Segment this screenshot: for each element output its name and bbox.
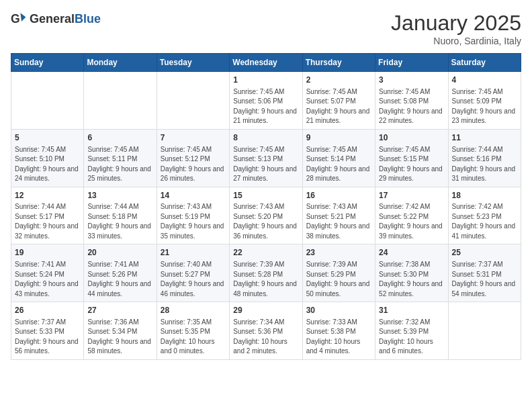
day-number: 6: [87, 132, 152, 144]
day-info: Sunrise: 7:45 AM Sunset: 5:12 PM Dayligh…: [161, 145, 226, 184]
calendar-table: Sunday Monday Tuesday Wednesday Thursday…: [11, 53, 521, 360]
table-row: [157, 72, 229, 130]
calendar-week-row: 19Sunrise: 7:41 AM Sunset: 5:24 PM Dayli…: [11, 244, 521, 302]
day-info: Sunrise: 7:45 AM Sunset: 5:06 PM Dayligh…: [233, 87, 298, 126]
header-wednesday: Wednesday: [230, 54, 302, 72]
table-row: 15Sunrise: 7:43 AM Sunset: 5:20 PM Dayli…: [230, 187, 302, 244]
svg-marker-1: [20, 13, 26, 21]
day-info: Sunrise: 7:32 AM Sunset: 5:39 PM Dayligh…: [379, 318, 444, 357]
day-info: Sunrise: 7:43 AM Sunset: 5:20 PM Dayligh…: [233, 202, 298, 241]
table-row: 4Sunrise: 7:45 AM Sunset: 5:09 PM Daylig…: [448, 72, 521, 130]
day-info: Sunrise: 7:45 AM Sunset: 5:14 PM Dayligh…: [306, 145, 371, 184]
weekday-header-row: Sunday Monday Tuesday Wednesday Thursday…: [11, 54, 521, 72]
header-friday: Friday: [375, 54, 448, 72]
day-info: Sunrise: 7:34 AM Sunset: 5:36 PM Dayligh…: [233, 318, 298, 357]
day-info: Sunrise: 7:38 AM Sunset: 5:30 PM Dayligh…: [379, 260, 444, 299]
page-header: G GeneralBlue January 2025 Nuoro, Sardin…: [11, 11, 521, 46]
day-info: Sunrise: 7:33 AM Sunset: 5:38 PM Dayligh…: [306, 318, 371, 357]
table-row: 17Sunrise: 7:42 AM Sunset: 5:22 PM Dayli…: [375, 187, 448, 244]
day-number: 29: [233, 305, 298, 316]
calendar-week-row: 1Sunrise: 7:45 AM Sunset: 5:06 PM Daylig…: [11, 72, 521, 130]
day-number: 8: [233, 132, 298, 144]
table-row: 3Sunrise: 7:45 AM Sunset: 5:08 PM Daylig…: [375, 72, 448, 130]
table-row: 18Sunrise: 7:42 AM Sunset: 5:23 PM Dayli…: [448, 187, 521, 244]
day-info: Sunrise: 7:41 AM Sunset: 5:24 PM Dayligh…: [15, 260, 80, 299]
day-number: 7: [161, 132, 226, 144]
table-row: [448, 302, 521, 360]
day-info: Sunrise: 7:40 AM Sunset: 5:27 PM Dayligh…: [161, 260, 226, 299]
day-number: 31: [379, 305, 444, 316]
logo-general: General: [30, 12, 75, 26]
day-number: 25: [452, 247, 517, 259]
table-row: 8Sunrise: 7:45 AM Sunset: 5:13 PM Daylig…: [230, 129, 302, 187]
table-row: 25Sunrise: 7:37 AM Sunset: 5:31 PM Dayli…: [448, 244, 521, 302]
day-info: Sunrise: 7:41 AM Sunset: 5:26 PM Dayligh…: [87, 260, 152, 299]
table-row: 21Sunrise: 7:40 AM Sunset: 5:27 PM Dayli…: [157, 244, 229, 302]
logo-blue: Blue: [75, 12, 101, 26]
day-info: Sunrise: 7:44 AM Sunset: 5:17 PM Dayligh…: [15, 202, 80, 241]
day-number: 20: [87, 247, 152, 259]
day-number: 16: [306, 190, 371, 201]
day-info: Sunrise: 7:45 AM Sunset: 5:07 PM Dayligh…: [306, 87, 371, 126]
header-sunday: Sunday: [11, 54, 84, 72]
day-info: Sunrise: 7:45 AM Sunset: 5:13 PM Dayligh…: [233, 145, 298, 184]
title-area: January 2025 Nuoro, Sardinia, Italy: [391, 11, 521, 46]
table-row: 7Sunrise: 7:45 AM Sunset: 5:12 PM Daylig…: [157, 129, 229, 187]
day-number: 19: [15, 247, 80, 259]
day-number: 1: [233, 75, 298, 86]
day-number: 28: [161, 305, 226, 316]
table-row: 2Sunrise: 7:45 AM Sunset: 5:07 PM Daylig…: [302, 72, 375, 130]
table-row: 28Sunrise: 7:35 AM Sunset: 5:35 PM Dayli…: [157, 302, 229, 360]
table-row: 5Sunrise: 7:45 AM Sunset: 5:10 PM Daylig…: [11, 129, 84, 187]
calendar-week-row: 26Sunrise: 7:37 AM Sunset: 5:33 PM Dayli…: [11, 302, 521, 360]
day-info: Sunrise: 7:43 AM Sunset: 5:19 PM Dayligh…: [161, 202, 226, 241]
table-row: 1Sunrise: 7:45 AM Sunset: 5:06 PM Daylig…: [230, 72, 302, 130]
table-row: 31Sunrise: 7:32 AM Sunset: 5:39 PM Dayli…: [375, 302, 448, 360]
day-number: 12: [15, 190, 80, 201]
day-number: 13: [87, 190, 152, 201]
day-info: Sunrise: 7:39 AM Sunset: 5:28 PM Dayligh…: [233, 260, 298, 299]
day-number: 3: [379, 75, 444, 86]
day-number: 21: [161, 247, 226, 259]
day-info: Sunrise: 7:45 AM Sunset: 5:08 PM Dayligh…: [379, 87, 444, 126]
calendar-week-row: 12Sunrise: 7:44 AM Sunset: 5:17 PM Dayli…: [11, 187, 521, 244]
day-info: Sunrise: 7:44 AM Sunset: 5:18 PM Dayligh…: [87, 202, 152, 241]
calendar-week-row: 5Sunrise: 7:45 AM Sunset: 5:10 PM Daylig…: [11, 129, 521, 187]
day-info: Sunrise: 7:36 AM Sunset: 5:34 PM Dayligh…: [87, 318, 152, 357]
table-row: 23Sunrise: 7:39 AM Sunset: 5:29 PM Dayli…: [302, 244, 375, 302]
day-info: Sunrise: 7:42 AM Sunset: 5:23 PM Dayligh…: [452, 202, 517, 241]
table-row: 12Sunrise: 7:44 AM Sunset: 5:17 PM Dayli…: [11, 187, 84, 244]
logo: G GeneralBlue: [11, 11, 101, 27]
day-info: Sunrise: 7:35 AM Sunset: 5:35 PM Dayligh…: [161, 318, 226, 357]
day-info: Sunrise: 7:37 AM Sunset: 5:31 PM Dayligh…: [452, 260, 517, 299]
svg-text:G: G: [11, 12, 20, 26]
table-row: 30Sunrise: 7:33 AM Sunset: 5:38 PM Dayli…: [302, 302, 375, 360]
header-saturday: Saturday: [448, 54, 521, 72]
header-thursday: Thursday: [302, 54, 375, 72]
day-info: Sunrise: 7:45 AM Sunset: 5:09 PM Dayligh…: [452, 87, 517, 126]
day-info: Sunrise: 7:37 AM Sunset: 5:33 PM Dayligh…: [15, 318, 80, 357]
table-row: [11, 72, 84, 130]
day-number: 27: [87, 305, 152, 316]
day-number: 4: [452, 75, 517, 86]
day-number: 9: [306, 132, 371, 144]
day-info: Sunrise: 7:45 AM Sunset: 5:11 PM Dayligh…: [87, 145, 152, 184]
day-number: 23: [306, 247, 371, 259]
table-row: 29Sunrise: 7:34 AM Sunset: 5:36 PM Dayli…: [230, 302, 302, 360]
day-number: 11: [452, 132, 517, 144]
day-number: 30: [306, 305, 371, 316]
table-row: 20Sunrise: 7:41 AM Sunset: 5:26 PM Dayli…: [84, 244, 157, 302]
logo-icon: G: [11, 11, 27, 27]
day-info: Sunrise: 7:44 AM Sunset: 5:16 PM Dayligh…: [452, 145, 517, 184]
table-row: 16Sunrise: 7:43 AM Sunset: 5:21 PM Dayli…: [302, 187, 375, 244]
day-number: 10: [379, 132, 444, 144]
day-number: 17: [379, 190, 444, 201]
day-number: 18: [452, 190, 517, 201]
table-row: 10Sunrise: 7:45 AM Sunset: 5:15 PM Dayli…: [375, 129, 448, 187]
location-subtitle: Nuoro, Sardinia, Italy: [391, 36, 521, 46]
table-row: 11Sunrise: 7:44 AM Sunset: 5:16 PM Dayli…: [448, 129, 521, 187]
header-monday: Monday: [84, 54, 157, 72]
header-tuesday: Tuesday: [157, 54, 229, 72]
table-row: 24Sunrise: 7:38 AM Sunset: 5:30 PM Dayli…: [375, 244, 448, 302]
table-row: 27Sunrise: 7:36 AM Sunset: 5:34 PM Dayli…: [84, 302, 157, 360]
